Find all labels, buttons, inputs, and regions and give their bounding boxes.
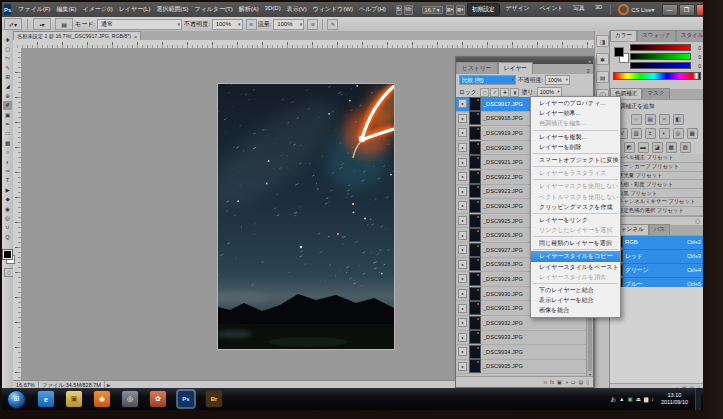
layer-visibility-icon[interactable]: ●	[458, 362, 467, 371]
color-value[interactable]: 0	[693, 45, 701, 51]
channel-row[interactable]: RGB Ctrl+2	[610, 236, 703, 250]
blend-mode-select[interactable]: 通常	[97, 19, 182, 30]
context-menu-item[interactable]	[531, 152, 620, 155]
color-slider[interactable]	[630, 44, 691, 51]
gradient-map-icon[interactable]: ▩	[666, 142, 677, 153]
layer-thumbnail[interactable]	[469, 316, 481, 330]
layer-visibility-icon[interactable]: ●	[458, 99, 467, 108]
layer-visibility-icon[interactable]: ●	[458, 245, 467, 254]
channel-row[interactable]: グリーン Ctrl+4	[610, 264, 703, 278]
eject-icon[interactable]: ⏏	[636, 396, 641, 403]
workspace-button[interactable]: 初期設定	[467, 3, 500, 16]
airbrush-tablet-icon[interactable]: ≋	[246, 19, 257, 30]
color-balance-icon[interactable]: ±	[645, 128, 656, 139]
threshold-icon[interactable]: ◪	[652, 142, 663, 153]
hand-tool[interactable]: ∪	[3, 223, 12, 232]
bridge-icon[interactable]: Br	[206, 391, 222, 407]
context-menu-item[interactable]	[531, 248, 620, 251]
layer-row[interactable]: ● _DSC9932.JPG	[456, 316, 593, 331]
color-slider[interactable]	[630, 53, 691, 60]
new-layer-icon[interactable]: ▤	[579, 379, 584, 385]
panel-tab[interactable]: ヒストリー	[456, 62, 498, 74]
layer-visibility-icon[interactable]: ●	[458, 333, 467, 342]
workspace-button[interactable]: 写真	[569, 3, 589, 16]
pen-tool[interactable]: ✑	[3, 166, 12, 175]
context-menu-item[interactable]: レイヤーマスクを使用しない	[531, 181, 620, 191]
layer-thumbnail[interactable]	[469, 243, 481, 257]
adjustment-layer-icon[interactable]: ◑	[565, 379, 568, 385]
brush-tool[interactable]: ✐	[3, 101, 12, 110]
layer-visibility-icon[interactable]: ●	[458, 274, 467, 283]
layer-row[interactable]: ● _DSC9934.JPG	[456, 345, 593, 360]
layer-thumbnail[interactable]	[469, 359, 481, 373]
explorer-icon[interactable]: ▣	[66, 391, 82, 407]
layer-thumbnail[interactable]	[469, 141, 481, 155]
context-menu-item[interactable]: スマートオブジェクトに変換	[531, 155, 620, 165]
adjustment-preset-row[interactable]: ▶ 露光量 プリセット	[610, 172, 703, 181]
layer-thumbnail[interactable]	[469, 272, 481, 286]
channel-mixer-icon[interactable]: ▦	[687, 128, 698, 139]
adjustment-preset-row[interactable]: ▶ チャンネルミキサー プリセット	[610, 198, 703, 207]
layer-visibility-icon[interactable]: ●	[458, 289, 467, 298]
collapse-panel-icon[interactable]: »	[588, 58, 591, 64]
panel-tab[interactable]: レイヤー	[498, 62, 534, 74]
layer-thumbnail[interactable]	[469, 330, 481, 344]
layer-thumbnail[interactable]	[469, 345, 481, 359]
eraser-tool[interactable]: ▭	[3, 129, 12, 138]
layer-visibility-icon[interactable]: ●	[458, 187, 467, 196]
layer-visibility-icon[interactable]: ●	[458, 304, 467, 313]
layer-visibility-icon[interactable]: ●	[458, 158, 467, 167]
black-white-icon[interactable]: ◐	[659, 128, 670, 139]
path-selection-tool[interactable]: ▶	[3, 185, 12, 194]
lock-transparent-icon[interactable]: ◻	[480, 88, 489, 97]
layer-visibility-icon[interactable]: ●	[458, 216, 467, 225]
photo-night-sky[interactable]	[218, 84, 394, 349]
pressure-size-icon[interactable]: ✎	[327, 19, 338, 30]
context-menu-item[interactable]	[531, 129, 620, 132]
context-menu-item[interactable]: レイヤーを複製...	[531, 132, 620, 142]
brush-preset-picker[interactable]: •▾	[33, 18, 51, 30]
layer-visibility-icon[interactable]: ●	[458, 143, 467, 152]
layer-thumbnail[interactable]	[469, 301, 481, 315]
brightness-contrast-icon[interactable]: ☼	[631, 114, 642, 125]
color-value[interactable]: 0	[693, 54, 701, 60]
layer-visibility-icon[interactable]: ●	[458, 347, 467, 356]
adjustment-preset-row[interactable]: ▶ レベル補正 プリセット	[610, 154, 703, 163]
screen-mode-icon[interactable]: ▩▾	[456, 5, 465, 15]
eyedropper-tool[interactable]: ◢	[3, 82, 12, 91]
context-menu-item[interactable]: 同じ種類のレイヤーを選択	[531, 238, 620, 248]
group-icon[interactable]: ▭	[571, 379, 576, 385]
panel-tab[interactable]: パス	[649, 224, 670, 235]
selective-color-icon[interactable]: ▨	[680, 142, 691, 153]
context-menu-item[interactable]	[531, 282, 620, 285]
layer-thumbnail[interactable]	[469, 97, 481, 111]
link-layers-icon[interactable]: ∞	[544, 379, 548, 385]
volume-icon[interactable]: ♪	[651, 396, 654, 403]
close-button[interactable]: ✕	[696, 4, 703, 16]
opacity-select[interactable]: 100%	[212, 19, 243, 30]
panel-tab[interactable]: カラー	[610, 30, 637, 41]
context-menu-item[interactable]: クリッピングマスクを作成	[531, 202, 620, 212]
workspace-button[interactable]: 3D	[591, 3, 606, 16]
type-tool[interactable]: T	[3, 176, 12, 185]
context-menu-item[interactable]: ベクトルマスクを使用しない	[531, 192, 620, 202]
3d-rotate-tool[interactable]: ◉	[3, 204, 12, 213]
zoom-level-control[interactable]: 16.7 ▾	[422, 6, 443, 14]
3d-camera-tool[interactable]: ◎	[3, 213, 12, 222]
clone-stamp-tool[interactable]: ▣	[3, 110, 12, 119]
move-tool[interactable]: ✚	[3, 35, 12, 44]
menu-item[interactable]: フィルター(T)	[191, 5, 235, 14]
adjustment-preset-row[interactable]: ▶ 白黒 プリセット	[610, 189, 703, 198]
color-spectrum-ramp[interactable]	[613, 72, 701, 80]
layer-visibility-icon[interactable]: ●	[458, 318, 467, 327]
menu-item[interactable]: ヘルプ(H)	[356, 5, 389, 14]
toggle-brush-panel-icon[interactable]: ▤	[55, 18, 73, 30]
layer-thumbnail[interactable]	[469, 155, 481, 169]
panel-foreground-swatch[interactable]	[614, 47, 624, 57]
zoom-tool[interactable]: Q	[3, 232, 12, 241]
exposure-icon[interactable]: ◧	[673, 114, 684, 125]
menu-item[interactable]: 選択範囲(S)	[153, 5, 191, 14]
minimize-button[interactable]: —	[662, 4, 678, 16]
airbrush-icon[interactable]: ≋	[307, 19, 318, 30]
arrange-documents-icon[interactable]: ▦▾	[446, 5, 455, 15]
